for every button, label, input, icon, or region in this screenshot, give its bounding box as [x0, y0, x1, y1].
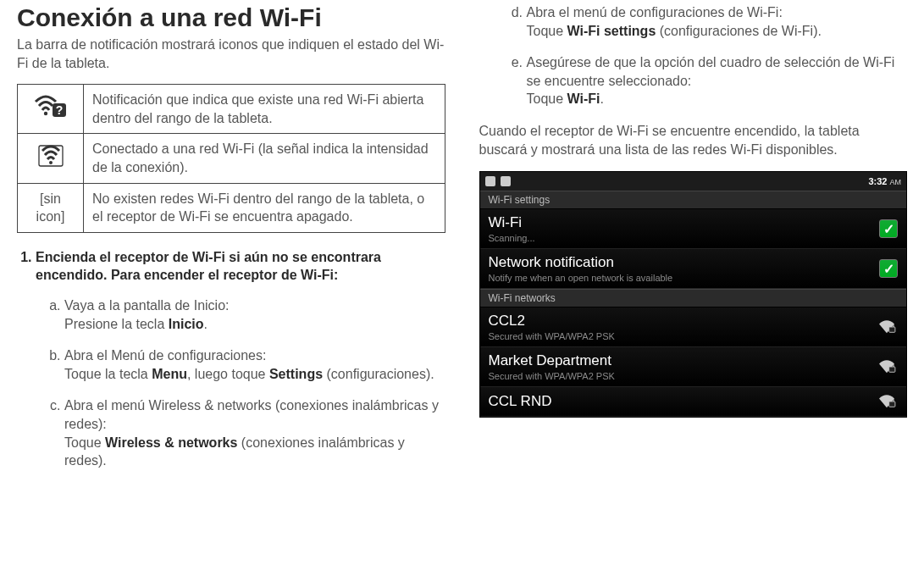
wifi-icon-table: ? Notificación que indica que existe una… [17, 84, 445, 233]
substeps-left: Vaya a la pantalla de Inicio: Presione l… [36, 296, 445, 470]
network-notification-subtitle: Notify me when an open network is availa… [489, 273, 871, 283]
substep-c-line1: Abra el menú Wireless & networks (conexi… [64, 398, 439, 431]
network-notification-title: Network notification [489, 254, 871, 271]
screen-header: Wi-Fi settings [480, 191, 907, 209]
wifi-secured-icon [876, 392, 898, 411]
substep-c-pre: Toque [64, 435, 105, 450]
svg-rect-5 [889, 327, 895, 332]
wifi-networks-header: Wi-Fi networks [480, 289, 907, 307]
status-icon [501, 176, 511, 186]
status-time: 3:32 AM [868, 176, 901, 186]
substep-a: Vaya a la pantalla de Inicio: Presione l… [64, 296, 445, 333]
table-row: [sin icon] No existen redes Wi-Fi dentro… [18, 183, 445, 232]
table-row: ? Notificación que indica que existe una… [18, 85, 445, 134]
intro-paragraph: La barra de notificación mostrará iconos… [17, 36, 445, 72]
left-column: Conexión a una red Wi-Fi La barra de not… [17, 0, 445, 484]
wifi-toggle-title: Wi-Fi [489, 214, 871, 231]
wifi-network-name: CCL2 [489, 313, 868, 330]
right-paragraph: Cuando el receptor de Wi-Fi se encuentre… [479, 122, 908, 159]
substep-d-post: (configuraciones de Wi-Fi). [656, 24, 822, 38]
substep-b: Abra el Menú de configuraciones: Toque l… [64, 346, 445, 383]
substep-d-line1: Abra el menú de configuraciones de Wi-Fi… [527, 5, 783, 19]
wifi-network-row[interactable]: Market Department Secured with WPA/WPA2 … [480, 347, 907, 387]
substep-e-line1: Asegúrese de que la opción del cuadro de… [527, 55, 895, 88]
wifi-connected-icon [18, 134, 84, 183]
network-notification-row[interactable]: Network notification Notify me when an o… [480, 249, 907, 289]
wifi-settings-screenshot: 3:32 AM Wi-Fi settings Wi-Fi Scanning...… [479, 171, 908, 418]
wifi-secured-icon [876, 318, 898, 336]
substep-b-pre: Toque la tecla [64, 367, 152, 381]
substep-d: Abra el menú de configuraciones de Wi-Fi… [527, 3, 908, 40]
wifi-toggle-row[interactable]: Wi-Fi Scanning... [480, 209, 907, 249]
substep-d-bold: Wi-Fi settings [567, 24, 656, 38]
substep-c: Abra el menú Wireless & networks (conexi… [64, 396, 445, 469]
substep-a-post: . [204, 317, 207, 331]
substep-c-bold: Wireless & networks [105, 435, 237, 450]
steps-list: Encienda el receptor de Wi-Fi si aún no … [17, 248, 445, 470]
substep-a-bold: Inicio [169, 317, 204, 331]
network-notification-checkbox[interactable] [879, 259, 898, 278]
wifi-network-security: Secured with WPA/WPA2 PSK [489, 371, 868, 381]
substep-e-pre: Toque [527, 91, 567, 106]
status-time-value: 3:32 [868, 176, 887, 186]
svg-point-0 [43, 112, 47, 115]
status-time-ampm: AM [890, 178, 902, 186]
svg-rect-6 [889, 367, 895, 372]
page-heading: Conexión a una red Wi-Fi [17, 3, 445, 32]
wifi-open-available-desc: Notificación que indica que existe una r… [84, 85, 445, 134]
substeps-right: Abra el menú de configuraciones de Wi-Fi… [479, 3, 908, 108]
wifi-network-name: Market Department [489, 352, 868, 369]
wifi-network-row[interactable]: CCL2 Secured with WPA/WPA2 PSK [480, 307, 907, 347]
table-row: Conectado a una red Wi-Fi (la señal indi… [18, 134, 445, 183]
substep-b-bold1: Menu [152, 367, 187, 381]
substep-b-bold2: Settings [269, 367, 323, 381]
substep-d-pre: Toque [527, 24, 567, 38]
substep-e: Asegúrese de que la opción del cuadro de… [527, 53, 908, 108]
status-icon [485, 176, 495, 186]
wifi-network-name: CCL RND [489, 393, 868, 410]
no-wifi-icon-label: [sin icon] [18, 183, 84, 232]
svg-text:?: ? [55, 103, 63, 117]
step-1-text: Encienda el receptor de Wi-Fi si aún no … [36, 250, 381, 283]
wifi-toggle-subtitle: Scanning... [489, 233, 871, 243]
svg-point-4 [49, 161, 53, 164]
wifi-connected-desc: Conectado a una red Wi-Fi (la señal indi… [84, 134, 445, 183]
wifi-open-available-icon: ? [18, 85, 84, 134]
wifi-toggle-checkbox[interactable] [879, 219, 898, 238]
substep-b-line1: Abra el Menú de configuraciones: [64, 348, 266, 363]
substep-e-post: . [600, 91, 604, 106]
substep-b-mid: , luego toque [187, 367, 269, 381]
svg-rect-7 [889, 402, 895, 407]
status-bar: 3:32 AM [480, 172, 907, 191]
wifi-network-security: Secured with WPA/WPA2 PSK [489, 331, 868, 341]
right-column: Abra el menú de configuraciones de Wi-Fi… [479, 0, 908, 484]
step-1: Encienda el receptor de Wi-Fi si aún no … [36, 248, 445, 470]
substep-a-pre: Presione la tecla [64, 317, 169, 331]
wifi-network-row[interactable]: CCL RND [480, 387, 907, 417]
substep-b-post: (configuraciones). [323, 367, 434, 381]
substep-a-line1: Vaya a la pantalla de Inicio: [64, 298, 230, 313]
wifi-secured-icon [876, 357, 898, 376]
substep-e-bold: Wi-Fi [567, 91, 600, 106]
no-wifi-desc: No existen redes Wi-Fi dentro del rango … [84, 183, 445, 232]
